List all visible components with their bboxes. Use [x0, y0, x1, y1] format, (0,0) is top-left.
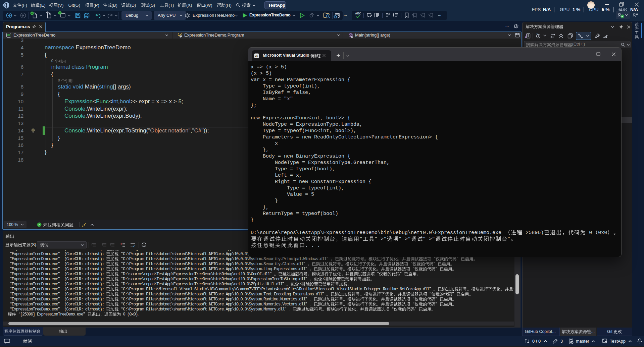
svg-text:C:\: C:\ [255, 55, 258, 57]
